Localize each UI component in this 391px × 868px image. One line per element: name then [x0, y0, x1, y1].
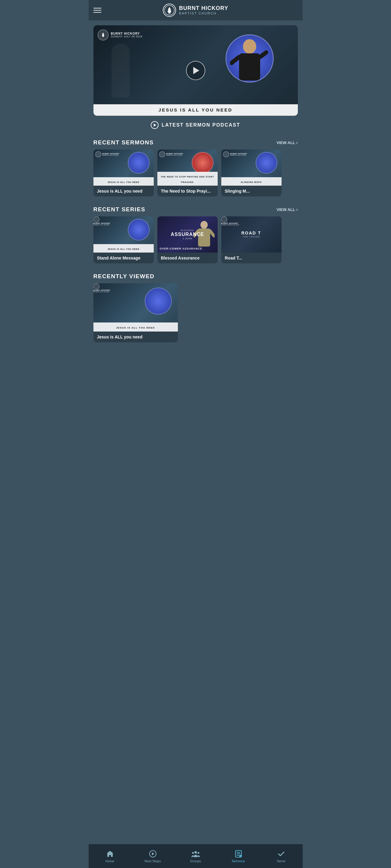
svg-line-4 [260, 53, 266, 57]
groups-icon [191, 849, 200, 858]
series-card-3[interactable]: BURNT HICKORY SUNDAY MARCH 26 2024 ROAD … [221, 216, 281, 264]
series-view-all-arrow-icon: › [296, 207, 298, 212]
series-card-1[interactable]: BURNT HICKORY SUNDAY JULY 28 2024 JESUS … [93, 216, 154, 264]
hero-sermon-title: JESUS IS ALL YOU NEED [158, 107, 233, 113]
series-1-speaker [128, 219, 150, 241]
svg-line-8 [210, 231, 214, 236]
nav-item-groups[interactable]: Groups [174, 849, 217, 863]
sermons-icon: ≡ [234, 849, 243, 858]
svg-text:≡: ≡ [240, 855, 241, 857]
hero-video-card[interactable]: BURNT HICKORY SUNDAY JULY 28 2024 JESUS … [93, 25, 298, 116]
nav-groups-label: Groups [190, 859, 201, 863]
rv-card-1[interactable]: BURNT HICKORY SUNDAY JULY 28 2024 JESUS … [93, 283, 178, 342]
series-3-label: Road T... [221, 253, 281, 264]
sermon-3-speaker [255, 152, 277, 174]
series-3-badge: BURNT HICKORY SUNDAY MARCH 26 2024 [221, 216, 281, 226]
recently-viewed-title: RECENTLY VIEWED [89, 268, 303, 283]
recently-viewed-section: RECENTLY VIEWED BURNT HICKORY SUNDAY JUL… [89, 268, 303, 373]
next-steps-icon [149, 849, 157, 858]
sermon-card-2-thumb: BURNT HICKORY SUNDAY JULY 21 2024 THE NE… [157, 150, 218, 186]
svg-rect-2 [239, 53, 260, 81]
nav-next-steps-label: Next Steps [145, 859, 161, 863]
recent-sermons-header: RECENT SERMONS VIEW ALL › [89, 134, 303, 150]
nav-sermons-label: Sermons [232, 859, 245, 863]
rv-badge: BURNT HICKORY SUNDAY JULY 28 2024 [93, 283, 178, 293]
nav-item-serve[interactable]: Serve [260, 849, 303, 863]
sermon-1-thumb-title: JESUS IS ALL YOU NEED [93, 177, 154, 186]
recent-sermons-title: RECENT SERMONS [93, 139, 154, 146]
recent-series-header: RECENT SERIES VIEW ALL › [89, 201, 303, 216]
sermon-1-badge: BURNT HICKORY SUNDAY JULY 28 2024 [95, 151, 120, 157]
series-2-overlay: OVER-COMER ASSURANCE [160, 247, 202, 250]
hero-section: BURNT HICKORY SUNDAY JULY 28 2024 JESUS … [89, 21, 303, 116]
sermon-2-badge: BURNT HICKORY SUNDAY JULY 21 2024 [159, 151, 184, 157]
sermons-view-all[interactable]: VIEW ALL › [276, 140, 298, 145]
podcast-label: LATEST SERMON PODCAST [161, 122, 240, 128]
nav-serve-label: Serve [277, 859, 285, 863]
svg-point-12 [198, 852, 199, 854]
brand-sub: BAPTIST CHURCH [179, 11, 228, 15]
sermon-card-2[interactable]: BURNT HICKORY SUNDAY JULY 21 2024 THE NE… [157, 150, 218, 196]
svg-line-3 [232, 57, 239, 63]
recent-sermons-row: BURNT HICKORY SUNDAY JULY 28 2024 JESUS … [89, 150, 303, 201]
sermon-card-1[interactable]: BURNT HICKORY SUNDAY JULY 28 2024 JESUS … [93, 150, 154, 196]
svg-point-1 [243, 39, 256, 54]
brand-name: BURNT HICKORY [179, 5, 228, 11]
home-icon [106, 849, 114, 858]
nav-home-label: Home [106, 859, 114, 863]
sermon-3-badge: BURNT HICKORY SUNDAY JULY 14 2024 [223, 151, 247, 157]
hero-play-button[interactable] [186, 61, 205, 80]
sermon-2-speaker [192, 152, 213, 174]
nav-item-home[interactable]: Home [89, 849, 131, 863]
svg-point-5 [201, 221, 208, 229]
series-1-thumb-title: JESUS IS ALL YOU NEED [93, 244, 154, 253]
logo-icon [163, 4, 176, 17]
series-view-all[interactable]: VIEW ALL › [276, 207, 298, 212]
speaker-figure [230, 36, 269, 81]
series-3-text: ROAD T THE CROWN [241, 231, 261, 238]
menu-button[interactable] [93, 8, 101, 13]
series-1-label: Stand Alone Message [93, 253, 154, 264]
serve-icon [277, 849, 285, 858]
series-2-label: Blessed Assurance [157, 253, 218, 264]
sermon-3-thumb-title: SLINGING MOPS [221, 177, 281, 186]
nav-item-sermons[interactable]: ≡ Sermons [217, 849, 260, 863]
header-title-group: BURNT HICKORY BAPTIST CHURCH [179, 5, 228, 15]
hero-brand-badge: BURNT HICKORY SUNDAY JULY 28 2024 [98, 30, 143, 40]
app-header: BURNT HICKORY BAPTIST CHURCH [89, 0, 303, 21]
sermon-2-thumb-title: THE NEED TO STOP PRAYING AND START PRAIS… [157, 172, 218, 186]
series-card-2-thumb: BLESSED ASSURANCE 1 JOHN OVER-COMER ASSU… [157, 216, 218, 253]
series-2-text: BLESSED ASSURANCE 1 JOHN [171, 229, 204, 240]
recent-series-title: RECENT SERIES [93, 206, 146, 213]
podcast-play-icon [151, 121, 158, 129]
sermon-card-3-thumb: BURNT HICKORY SUNDAY JULY 14 2024 SLINGI… [221, 150, 281, 186]
bottom-navigation: Home Next Steps Groups [89, 844, 303, 868]
hero-badge-icon [98, 30, 109, 40]
series-card-3-thumb: BURNT HICKORY SUNDAY MARCH 26 2024 ROAD … [221, 216, 281, 253]
sermon-1-label: Jesus is ALL you need [93, 186, 154, 196]
recent-series-row: BURNT HICKORY SUNDAY JULY 28 2024 JESUS … [89, 216, 303, 268]
sermon-2-label: The Need to Stop Prayi... [157, 186, 218, 196]
rv-thumb-title: JESUS IS ALL YOU NEED [93, 322, 178, 332]
svg-point-10 [194, 851, 197, 854]
sermon-card-1-thumb: BURNT HICKORY SUNDAY JULY 28 2024 JESUS … [93, 150, 154, 186]
nav-item-next-steps[interactable]: Next Steps [131, 849, 174, 863]
podcast-section[interactable]: LATEST SERMON PODCAST [89, 116, 303, 134]
header-logo: BURNT HICKORY BAPTIST CHURCH [163, 4, 228, 17]
series-card-1-thumb: BURNT HICKORY SUNDAY JULY 28 2024 JESUS … [93, 216, 154, 253]
hero-speaker-circle [225, 34, 274, 83]
hero-title-bar: JESUS IS ALL YOU NEED [93, 104, 298, 116]
sermon-card-3[interactable]: BURNT HICKORY SUNDAY JULY 14 2024 SLINGI… [221, 150, 281, 196]
svg-point-11 [192, 852, 194, 854]
sermon-3-label: Slinging M... [221, 186, 281, 196]
rv-card-1-thumb: BURNT HICKORY SUNDAY JULY 28 2024 JESUS … [93, 283, 178, 332]
hero-badge-text: BURNT HICKORY SUNDAY JULY 28 2024 [111, 32, 143, 38]
view-all-arrow-icon: › [296, 140, 298, 145]
rv-card-1-label: Jesus is ALL you need [93, 332, 178, 342]
series-card-2[interactable]: BLESSED ASSURANCE 1 JOHN OVER-COMER ASSU… [157, 216, 218, 264]
sermon-1-speaker [128, 152, 150, 174]
